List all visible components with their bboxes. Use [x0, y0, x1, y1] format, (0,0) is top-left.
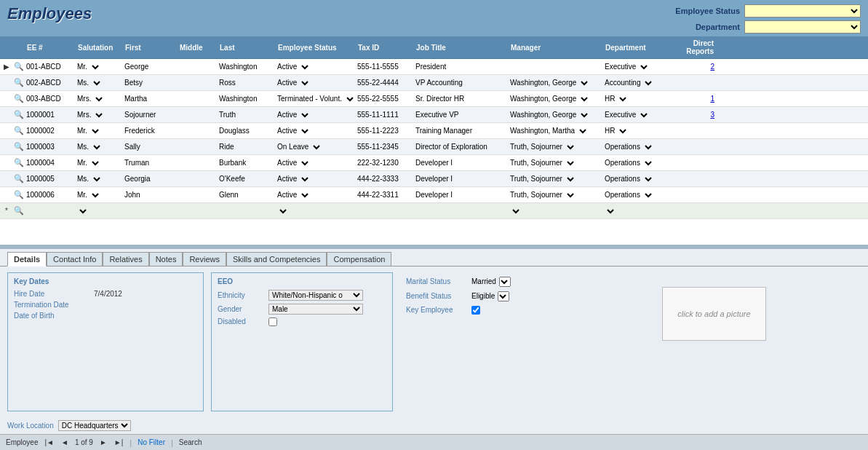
sal-select[interactable]	[89, 63, 101, 71]
cell-manager: Washington, George	[509, 78, 603, 88]
table-row[interactable]: 🔍 1000002 Mr. Frederick Douglass Active …	[0, 123, 868, 139]
status-select[interactable]	[299, 191, 311, 200]
status-select[interactable]	[344, 95, 356, 103]
status-select[interactable]	[299, 159, 311, 167]
new-dept-select[interactable]	[605, 207, 616, 216]
row-search-icon[interactable]: 🔍	[13, 174, 25, 183]
table-row[interactable]: 🔍 1000005 Ms. Georgia O'Keefe Active 444…	[0, 171, 868, 187]
sal-select[interactable]	[91, 175, 103, 183]
row-search-icon[interactable]: 🔍	[13, 126, 25, 135]
tab-contact-info[interactable]: Contact Info	[47, 252, 103, 266]
dept-select[interactable]	[642, 79, 654, 87]
manager-select[interactable]	[565, 159, 576, 167]
row-search-icon[interactable]: 🔍	[13, 94, 25, 103]
tab-relatives[interactable]: Relatives	[103, 252, 148, 266]
cell-last: Burbank	[218, 158, 276, 167]
no-filter-link[interactable]: No Filter	[138, 438, 165, 446]
dept-select[interactable]	[642, 191, 654, 200]
manager-select[interactable]	[565, 175, 576, 183]
key-employee-label: Key Employee	[406, 306, 471, 314]
row-search-icon[interactable]: 🔍	[13, 190, 25, 200]
sal-select[interactable]	[89, 127, 101, 135]
picture-placeholder-text[interactable]: click to add a picture	[662, 287, 765, 341]
dept-select[interactable]	[642, 175, 654, 183]
sal-select[interactable]	[93, 111, 105, 119]
employee-status-select[interactable]: Active On Leave Terminated	[744, 4, 861, 17]
table-row[interactable]: 🔍 003-ABCD Mrs. Martha Washington Termin…	[0, 91, 868, 107]
marital-select[interactable]	[499, 277, 511, 287]
row-search-icon[interactable]: 🔍	[13, 62, 25, 71]
dept-select[interactable]	[617, 95, 629, 103]
row-search-icon[interactable]: 🔍	[13, 158, 25, 167]
tab-compensation[interactable]: Compensation	[327, 252, 391, 266]
status-select[interactable]	[299, 79, 311, 87]
cell-dept: Operations	[603, 142, 665, 152]
dept-select[interactable]	[638, 63, 650, 71]
benefit-select[interactable]	[498, 291, 509, 301]
tab-details[interactable]: Details	[7, 252, 47, 267]
disabled-checkbox[interactable]	[268, 317, 277, 326]
direct-reports-link[interactable]: 1	[710, 95, 714, 103]
new-row[interactable]: * 🔍	[0, 203, 868, 219]
status-select[interactable]	[299, 111, 311, 119]
col-dept: Department	[603, 42, 665, 53]
nav-prev-button[interactable]: ◄	[60, 438, 69, 446]
picture-box[interactable]: click to add a picture	[568, 272, 861, 412]
cell-manager: Washington, Martha	[509, 126, 603, 136]
status-select[interactable]	[299, 175, 311, 183]
dept-select[interactable]	[617, 127, 629, 135]
key-employee-checkbox[interactable]	[471, 306, 480, 315]
dept-select[interactable]	[642, 159, 654, 167]
eeo-title: EEO	[218, 277, 386, 285]
status-select[interactable]	[299, 63, 311, 71]
manager-select[interactable]	[578, 95, 590, 103]
marital-label: Marital Status	[406, 277, 471, 285]
tab-skills-and-competencies[interactable]: Skills and Competencies	[226, 252, 327, 266]
tab-reviews[interactable]: Reviews	[183, 252, 226, 266]
dept-select[interactable]	[642, 143, 654, 151]
table-row[interactable]: 🔍 1000003 Ms. Sally Ride On Leave 555-11…	[0, 139, 868, 155]
work-location-select[interactable]: DC Headquarters Remote	[58, 420, 131, 431]
row-search-icon[interactable]: 🔍	[13, 110, 25, 119]
cell-jobtitle: Training Manager	[414, 126, 509, 135]
new-cell-ee	[25, 210, 76, 212]
sal-select[interactable]	[91, 79, 103, 87]
tab-notes[interactable]: Notes	[149, 252, 183, 266]
table-row[interactable]: ▶ 🔍 001-ABCD Mr. George Washington Activ…	[0, 59, 868, 75]
nav-first-button[interactable]: |◄	[44, 438, 55, 446]
department-filter-label: Department	[660, 23, 740, 31]
row-search-icon[interactable]: 🔍	[13, 78, 25, 87]
department-select[interactable]: Executive Accounting HR Operations	[744, 20, 861, 33]
gender-select[interactable]: Male Female	[268, 304, 363, 315]
sal-select[interactable]	[89, 191, 101, 200]
disabled-label: Disabled	[218, 317, 268, 325]
manager-select[interactable]	[578, 79, 590, 87]
new-status-select[interactable]	[277, 207, 289, 216]
sal-select[interactable]	[89, 159, 101, 167]
direct-reports-link[interactable]: 3	[710, 111, 714, 119]
manager-select[interactable]	[578, 111, 590, 119]
nav-next-button[interactable]: ►	[99, 438, 108, 446]
table-row[interactable]: 🔍 1000004 Mr. Truman Burbank Active 222-…	[0, 155, 868, 171]
new-sal-select[interactable]	[77, 207, 89, 216]
status-select[interactable]	[311, 143, 322, 151]
direct-reports-link[interactable]: 2	[710, 63, 714, 71]
nav-last-button[interactable]: ►|	[114, 438, 124, 446]
new-manager-select[interactable]	[510, 207, 522, 216]
cell-sal: Mrs.	[76, 94, 123, 104]
sal-select[interactable]	[93, 95, 105, 103]
manager-select[interactable]	[565, 143, 576, 151]
table-row[interactable]: 🔍 1000001 Mrs. Sojourner Truth Active 55…	[0, 107, 868, 123]
table-row[interactable]: 🔍 002-ABCD Ms. Betsy Ross Active 555-22-…	[0, 75, 868, 91]
row-search-icon[interactable]: 🔍	[13, 142, 25, 151]
new-row-search-icon[interactable]: 🔍	[13, 206, 25, 216]
manager-select[interactable]	[577, 127, 589, 135]
cell-sal: Mrs.	[76, 110, 123, 120]
table-scroll[interactable]: ▶ 🔍 001-ABCD Mr. George Washington Activ…	[0, 59, 868, 245]
dept-select[interactable]	[638, 111, 650, 119]
table-row[interactable]: 🔍 1000006 Mr. John Glenn Active 444-22-3…	[0, 187, 868, 203]
status-select[interactable]	[299, 127, 311, 135]
ethnicity-select[interactable]: White/Non-Hispanic o	[268, 290, 363, 301]
manager-select[interactable]	[565, 191, 576, 200]
sal-select[interactable]	[91, 143, 103, 151]
